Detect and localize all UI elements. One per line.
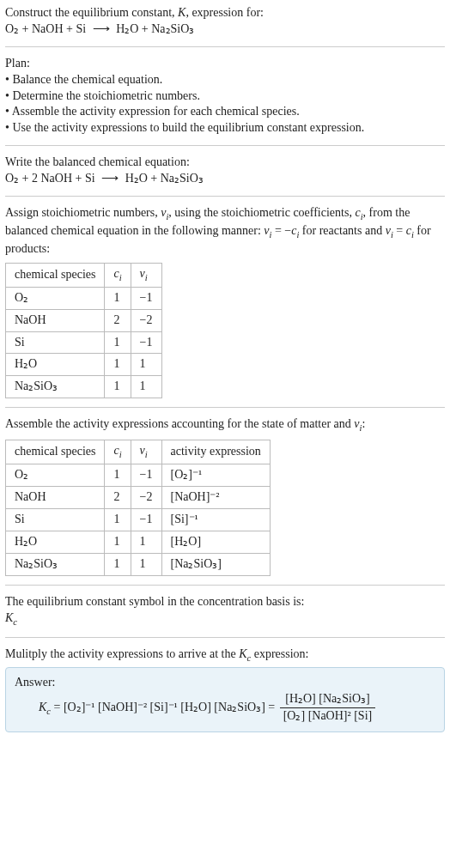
- cell-ci: 1: [105, 287, 131, 309]
- arrow-icon: ⟶: [89, 22, 113, 35]
- cell-vi: −2: [131, 309, 161, 331]
- cell-ci: 1: [105, 508, 131, 531]
- cell-species: NaOH: [6, 487, 105, 509]
- table-row: Si1−1[Si]⁻¹: [6, 508, 271, 531]
- intro-rhs: H₂O + Na₂SiO₃: [116, 22, 194, 35]
- plan-block: Plan: • Balance the chemical equation. •…: [5, 56, 445, 137]
- cell-activity: [H₂O]: [161, 531, 270, 553]
- plan-bullet: • Balance the chemical equation.: [5, 72, 445, 88]
- cell-vi: −1: [131, 464, 161, 487]
- answer-label: Answer:: [15, 675, 435, 691]
- table-row: Si1−1: [6, 331, 162, 354]
- divider: [5, 46, 445, 47]
- stoich-block: Assign stoichiometric numbers, νi, using…: [5, 205, 445, 398]
- symbol-line: The equilibrium constant symbol in the c…: [5, 594, 445, 610]
- cell-vi: 1: [131, 354, 161, 376]
- col-ci: ci: [105, 263, 131, 287]
- table-row: NaOH2−2: [6, 309, 162, 331]
- cell-ci: 2: [105, 487, 131, 509]
- cell-activity: [Na₂SiO₃]: [161, 553, 270, 575]
- fraction-denominator: [O₂] [NaOH]² [Si]: [280, 708, 376, 725]
- cell-activity: [O₂]⁻¹: [161, 464, 270, 487]
- balanced-equation: O₂ + 2 NaOH + Si ⟶ H₂O + Na₂SiO₃: [5, 171, 445, 187]
- cell-species: NaOH: [6, 309, 105, 331]
- cell-ci: 1: [105, 553, 131, 575]
- divider: [5, 585, 445, 586]
- table-header-row: chemical species ci νi: [6, 263, 162, 287]
- cell-vi: −2: [131, 487, 161, 509]
- balanced-lhs: O₂ + 2 NaOH + Si: [5, 172, 95, 185]
- cell-vi: −1: [131, 331, 161, 354]
- multiply-line: Mulitply the activity expressions to arr…: [5, 646, 445, 665]
- cell-ci: 2: [105, 309, 131, 331]
- intro-block: Construct the equilibrium constant, K, e…: [5, 5, 445, 38]
- cell-vi: −1: [131, 287, 161, 309]
- cell-ci: 1: [105, 531, 131, 553]
- cell-species: Si: [6, 331, 105, 354]
- table-row: Na₂SiO₃11[Na₂SiO₃]: [6, 553, 271, 575]
- activity-intro: Assemble the activity expressions accoun…: [5, 416, 445, 434]
- plan-bullet: • Use the activity expressions to build …: [5, 120, 445, 137]
- answer-expression: Kc = [O₂]⁻¹ [NaOH]⁻² [Si]⁻¹ [H₂O] [Na₂Si…: [39, 691, 435, 725]
- divider: [5, 196, 445, 197]
- col-species: chemical species: [6, 440, 105, 464]
- cell-activity: [Si]⁻¹: [161, 508, 270, 531]
- balanced-title: Write the balanced chemical equation:: [5, 155, 445, 171]
- table-row: H₂O11: [6, 354, 162, 376]
- intro-line: Construct the equilibrium constant, K, e…: [5, 5, 445, 21]
- cell-species: O₂: [6, 464, 105, 487]
- table-row: O₂1−1[O₂]⁻¹: [6, 464, 271, 487]
- symbol-block: The equilibrium constant symbol in the c…: [5, 594, 445, 628]
- table-row: Na₂SiO₃11: [6, 376, 162, 398]
- plan-bullet: • Determine the stoichiometric numbers.: [5, 88, 445, 105]
- plan-title: Plan:: [5, 56, 445, 72]
- cell-vi: 1: [131, 553, 161, 575]
- arrow-icon: ⟶: [98, 172, 122, 185]
- col-activity: activity expression: [161, 440, 270, 464]
- cell-species: H₂O: [6, 531, 105, 553]
- symbol-kc: Kc: [5, 610, 445, 628]
- col-ci: ci: [105, 440, 131, 464]
- divider: [5, 407, 445, 408]
- cell-species: Na₂SiO₃: [6, 376, 105, 398]
- table-header-row: chemical species ci νi activity expressi…: [6, 440, 271, 464]
- equals: =: [54, 701, 64, 713]
- multiply-block: Mulitply the activity expressions to arr…: [5, 646, 445, 733]
- col-vi: νi: [131, 440, 161, 464]
- plan-bullet: • Assemble the activity expression for e…: [5, 104, 445, 120]
- cell-species: Si: [6, 508, 105, 531]
- cell-ci: 1: [105, 354, 131, 376]
- cell-vi: 1: [131, 376, 161, 398]
- cell-species: O₂: [6, 287, 105, 309]
- cell-vi: −1: [131, 508, 161, 531]
- answer-flat: [O₂]⁻¹ [NaOH]⁻² [Si]⁻¹ [H₂O] [Na₂SiO₃] =: [64, 701, 275, 713]
- stoich-intro: Assign stoichiometric numbers, νi, using…: [5, 205, 445, 258]
- balanced-rhs: H₂O + Na₂SiO₃: [125, 172, 204, 185]
- table-row: NaOH2−2[NaOH]⁻²: [6, 487, 271, 509]
- intro-equation: O₂ + NaOH + Si ⟶ H₂O + Na₂SiO₃: [5, 21, 445, 38]
- cell-ci: 1: [105, 464, 131, 487]
- answer-fraction: [H₂O] [Na₂SiO₃] [O₂] [NaOH]² [Si]: [280, 691, 376, 725]
- balanced-block: Write the balanced chemical equation: O₂…: [5, 155, 445, 187]
- cell-activity: [NaOH]⁻²: [161, 487, 270, 509]
- intro-lhs: O₂ + NaOH + Si: [5, 22, 86, 35]
- fraction-numerator: [H₂O] [Na₂SiO₃]: [280, 691, 376, 708]
- divider: [5, 637, 445, 638]
- table-row: H₂O11[H₂O]: [6, 531, 271, 553]
- col-species: chemical species: [6, 263, 105, 287]
- answer-box: Answer: Kc = [O₂]⁻¹ [NaOH]⁻² [Si]⁻¹ [H₂O…: [5, 667, 445, 732]
- cell-species: Na₂SiO₃: [6, 553, 105, 575]
- cell-vi: 1: [131, 531, 161, 553]
- col-vi: νi: [131, 263, 161, 287]
- activity-table: chemical species ci νi activity expressi…: [5, 440, 271, 575]
- table-row: O₂1−1: [6, 287, 162, 309]
- divider: [5, 145, 445, 146]
- stoich-table: chemical species ci νi O₂1−1 NaOH2−2 Si1…: [5, 263, 162, 398]
- activity-block: Assemble the activity expressions accoun…: [5, 416, 445, 575]
- cell-ci: 1: [105, 376, 131, 398]
- cell-ci: 1: [105, 331, 131, 354]
- cell-species: H₂O: [6, 354, 105, 376]
- kc-symbol: Kc: [39, 701, 51, 713]
